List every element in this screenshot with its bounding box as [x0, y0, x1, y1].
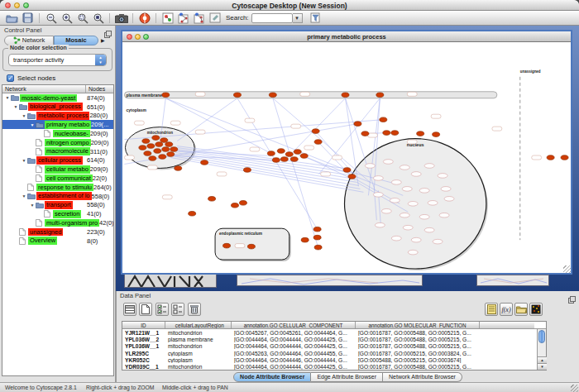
graph-node[interactable] [147, 144, 155, 149]
help-lifering-icon[interactable] [137, 12, 151, 25]
select-nodes-checkbox[interactable]: ✓ Select nodes [7, 74, 55, 82]
nucleus-node-chip[interactable] [424, 164, 434, 169]
graph-node[interactable] [391, 131, 399, 136]
tree-row-mosaic-demo-yeast[interactable]: ▼mosaic-demo-yeast874(0) [2, 93, 113, 103]
graph-node[interactable] [354, 122, 361, 127]
graph-node[interactable] [142, 139, 150, 144]
node-label-chip[interactable] [217, 172, 227, 176]
graph-node[interactable] [152, 136, 160, 141]
graph-node[interactable] [376, 93, 384, 98]
graph-node[interactable] [162, 93, 170, 98]
nucleus-node-chip[interactable] [402, 187, 412, 192]
node-label-chip[interactable] [195, 130, 205, 134]
column-header[interactable]: annotation.GO CELLULAR_COMPONENT [232, 322, 356, 328]
background-window-sliver[interactable] [124, 273, 217, 288]
graph-node[interactable] [233, 93, 241, 98]
select-attributes-icon[interactable] [123, 303, 136, 316]
table-row[interactable]: YPL036W__1mitochondrion[GO:0044464, GO:0… [122, 343, 546, 350]
tree-row-macromolecule[interactable]: macromolecule311(0) [2, 147, 113, 156]
tree-row-establishment-of-lo[interactable]: ▼establishment of lo558(0) [2, 192, 113, 201]
attribute-table[interactable]: ID_cellularLayoutRegionannotation.GO CEL… [122, 321, 547, 370]
delete-attribute-icon[interactable] [188, 303, 201, 316]
graph-node[interactable] [417, 131, 424, 136]
graph-node[interactable] [170, 147, 178, 152]
node-label-chip[interactable] [321, 172, 331, 176]
tab-overflow-arrow[interactable]: ▶ [101, 37, 105, 43]
node-label-chip[interactable] [431, 114, 441, 118]
graph-node[interactable] [175, 166, 182, 171]
tree-row-nucleobase-[interactable]: nucleobase-209(0) [2, 129, 113, 138]
graph-node[interactable] [380, 117, 387, 122]
graph-node[interactable] [313, 235, 321, 240]
nucleus-node-chip[interactable] [444, 197, 454, 202]
graph-node[interactable] [343, 168, 351, 173]
node-label-chip[interactable] [235, 244, 245, 248]
annotation-icon[interactable] [208, 12, 222, 25]
node-label-chip[interactable] [492, 127, 502, 131]
graph-node[interactable] [348, 174, 356, 179]
nucleus-node-chip[interactable] [439, 213, 449, 218]
graph-node[interactable] [201, 160, 208, 165]
tab-network-attribute-browser[interactable]: Network Attribute Browser [383, 372, 462, 382]
scroll-down-button[interactable]: ▼ [538, 363, 547, 370]
snapshot-camera-icon[interactable] [114, 12, 128, 25]
table-row[interactable]: YLR295Ccytoplasm[GO:0045263, GO:0044464,… [122, 350, 546, 356]
nucleus-node-chip[interactable] [400, 165, 409, 170]
graph-node[interactable] [314, 245, 322, 250]
graph-node[interactable] [361, 131, 369, 136]
search-input[interactable] [251, 13, 293, 23]
node-label-chip[interactable] [170, 121, 180, 125]
tree-expander-icon[interactable]: ▼ [21, 158, 27, 163]
network-window[interactable]: primary metabolic process plasma membran… [121, 30, 572, 275]
nucleus-node-chip[interactable] [411, 237, 421, 242]
graph-node[interactable] [313, 227, 321, 232]
nucleus-node-chip[interactable] [383, 160, 393, 165]
node-label-chip[interactable] [407, 92, 417, 96]
tree-row-multi-organism-pro[interactable]: multi-organism pro42(0) [2, 218, 113, 227]
graph-node[interactable] [285, 152, 293, 157]
tree-row-biological-process[interactable]: ▼biological_process651(0) [2, 103, 113, 112]
tree-row-response-to-stimulu[interactable]: response to stimulu264(0) [2, 183, 113, 192]
tree-row-cellular-process[interactable]: ▼cellular process614(0) [2, 156, 113, 165]
nucleus-node-chip[interactable] [400, 213, 409, 218]
graph-node[interactable] [547, 155, 554, 160]
layout-b-icon[interactable] [192, 12, 206, 25]
node-label-chip[interactable] [162, 195, 172, 199]
tree-expander-icon[interactable]: ▼ [29, 203, 36, 208]
tab-network[interactable]: Network [4, 36, 54, 45]
table-scrollbar[interactable]: ▲ ▼ [537, 329, 546, 370]
graph-node[interactable] [154, 149, 161, 154]
graph-node[interactable] [239, 201, 246, 206]
graph-node[interactable] [272, 158, 280, 163]
column-header[interactable]: _cellularLayoutRegion [165, 322, 232, 328]
table-row[interactable]: YDR039C__1mitochondrion[GO:0044464, GO:0… [122, 363, 546, 370]
node-label-chip[interactable] [250, 147, 260, 151]
nucleus-node-chip[interactable] [373, 176, 383, 181]
node-label-chip[interactable] [304, 146, 314, 150]
tree-row-unassigned[interactable]: unassigned223(0) [2, 227, 113, 237]
scroll-up-button[interactable]: ▲ [538, 356, 547, 363]
background-window-sliver[interactable] [237, 275, 423, 286]
nucleus-node-chip[interactable] [419, 214, 429, 219]
node-label-chip[interactable] [245, 118, 255, 122]
graph-node[interactable] [269, 93, 276, 98]
select-all-attributes-icon[interactable] [156, 303, 169, 316]
nucleus-node-chip[interactable] [391, 180, 401, 185]
graph-node[interactable] [160, 138, 168, 143]
network-canvas[interactable]: plasma membranecytoplasmmitochondrionnuc… [122, 42, 571, 274]
zoom-in-icon[interactable] [60, 12, 74, 25]
node-label-chip[interactable] [134, 121, 144, 125]
graph-node[interactable] [162, 147, 170, 152]
network-window-titlebar[interactable]: primary metabolic process [122, 31, 571, 42]
open-icon[interactable] [5, 12, 19, 25]
graph-node[interactable] [156, 142, 163, 147]
graph-node[interactable] [433, 132, 440, 137]
tree-row-cellular-metabo[interactable]: cellular metabo209(0) [2, 165, 113, 174]
node-label-chip[interactable] [333, 155, 342, 160]
tree-expander-icon[interactable]: ▼ [21, 194, 27, 198]
graph-node[interactable] [314, 140, 322, 145]
graph-node[interactable] [294, 150, 301, 155]
node-label-chip[interactable] [147, 165, 157, 170]
graph-node[interactable] [159, 155, 166, 160]
nucleus-node-chip[interactable] [375, 222, 385, 227]
